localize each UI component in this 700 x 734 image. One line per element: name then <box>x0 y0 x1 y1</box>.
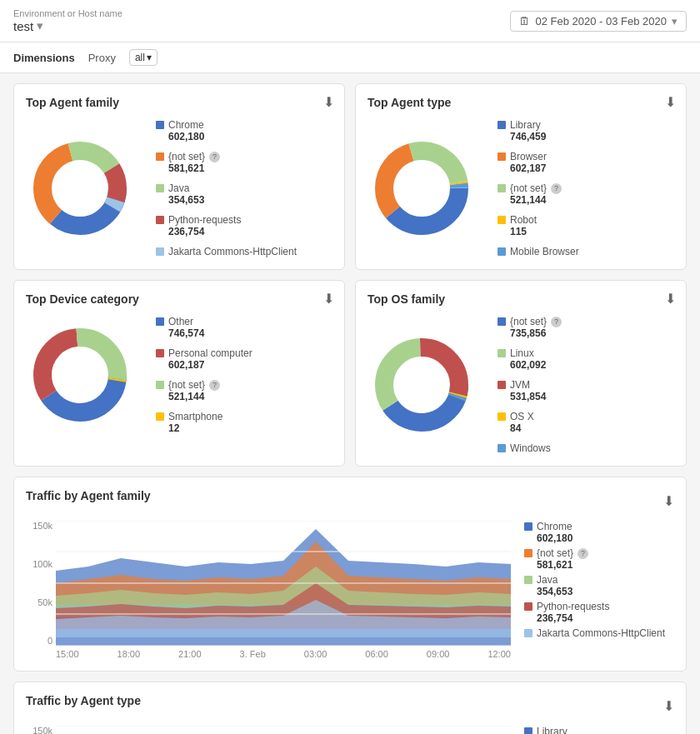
y2-label-150k: 150k <box>26 726 52 734</box>
top-device-category-download-button[interactable]: ⬇ <box>323 291 334 307</box>
svg-point-16 <box>55 350 105 400</box>
legend-item-robot: Robot 115 <box>498 214 579 237</box>
legend-item-library: Library 746,459 <box>498 119 579 142</box>
date-range-chevron-icon: ▾ <box>672 15 678 27</box>
legend-item-python: Python-requests 236,754 <box>156 214 297 237</box>
legend-item-browser: Browser 602,187 <box>498 151 579 174</box>
legend-item-chrome: Chrome 602,180 <box>156 119 297 142</box>
legend-item-notset: {not set} ? 581,621 <box>156 151 297 174</box>
traffic-agent-type-svg <box>56 726 511 734</box>
host-value: test <box>13 19 33 33</box>
top-os-family-content: {not set} ? 735,856 Linux 602,092 JVM 53… <box>368 316 674 454</box>
toolbar: Dimensions Proxy all ▾ <box>0 42 700 73</box>
notset-device-help-icon[interactable]: ? <box>209 380 220 391</box>
all-label: all <box>135 52 145 63</box>
legend-item-java: Java 354,653 <box>156 182 297 206</box>
date-range-text: 02 Feb 2020 - 03 Feb 2020 <box>535 15 667 27</box>
legend-item-mobile-browser: Mobile Browser <box>498 246 579 257</box>
traffic-agent-family-x-labels: 15:00 18:00 21:00 3. Feb 03:00 06:00 09:… <box>56 649 511 659</box>
top-device-category-card: Top Device category ⬇ Other 746,574 <box>13 280 345 467</box>
host-select[interactable]: test ▾ <box>13 18 122 33</box>
top-device-category-donut <box>26 321 142 429</box>
date-range-picker[interactable]: 🗓 02 Feb 2020 - 03 Feb 2020 ▾ <box>510 11 687 32</box>
all-chevron-icon: ▾ <box>147 52 152 63</box>
traffic-agent-family-chart-area: 150k 100k 50k 0 <box>26 521 511 659</box>
traffic-agent-type-inner: 150k 100k 50k 0 <box>26 726 674 734</box>
top-agent-family-legend: Chrome 602,180 {not set} ? 581,621 Java … <box>156 119 297 257</box>
header-left: Environment or Host name test ▾ <box>13 8 122 33</box>
y-label-150k: 150k <box>26 521 52 531</box>
top-agent-family-card: Top Agent family ⬇ Chrom <box>13 83 345 270</box>
tl-notset: {not set} ? 581,621 <box>524 547 674 571</box>
legend-item-notset-os: {not set} ? 735,856 <box>498 316 562 339</box>
top-charts-grid: Top Agent family ⬇ Chrom <box>13 83 687 467</box>
proxy-label: Proxy <box>88 52 116 64</box>
calendar-icon: 🗓 <box>519 15 530 27</box>
traffic-agent-type-download-button[interactable]: ⬇ <box>663 698 674 714</box>
traffic-agent-family-inner: 150k 100k 50k 0 <box>26 521 674 659</box>
legend-item-notset-type: {not set} ? 521,144 <box>498 182 579 206</box>
legend-item-linux: Linux 602,092 <box>498 347 562 371</box>
traffic-agent-family-download-button[interactable]: ⬇ <box>663 493 674 509</box>
legend-item-jakarta: Jakarta Commons-HttpClient <box>156 246 297 257</box>
legend-item-windows: Windows <box>498 442 562 454</box>
tat-library: Library 746,459 <box>524 726 674 734</box>
notset-os-help-icon[interactable]: ? <box>551 317 562 327</box>
traffic-agent-type-legend: Library 746,459 Browser 602,187 {not set… <box>524 726 674 734</box>
tl-python: Python-requests 236,754 <box>524 601 674 624</box>
legend-item-other: Other 746,574 <box>156 316 252 339</box>
top-device-category-title: Top Device category <box>26 292 332 306</box>
svg-point-22 <box>397 360 447 410</box>
notset-help-icon[interactable]: ? <box>209 152 220 162</box>
svg-point-11 <box>397 163 447 213</box>
header: Environment or Host name test ▾ 🗓 02 Feb… <box>0 0 700 42</box>
legend-item-jvm: JVM 531,854 <box>498 379 562 402</box>
traffic-agent-type-title: Traffic by Agent type <box>26 694 141 707</box>
top-agent-family-download-button[interactable]: ⬇ <box>323 94 334 110</box>
top-os-family-title: Top OS family <box>368 292 674 306</box>
legend-item-personal-computer: Personal computer 602,187 <box>156 347 252 371</box>
traffic-agent-type-card: Traffic by Agent type ⬇ 150k 100k 50k 0 <box>13 682 687 734</box>
main-content: Top Agent family ⬇ Chrom <box>0 73 700 734</box>
top-os-family-card: Top OS family ⬇ {not set} ? <box>355 280 687 467</box>
top-agent-family-title: Top Agent family <box>26 96 332 109</box>
top-agent-type-content: Library 746,459 Browser 602,187 {not set… <box>368 119 674 257</box>
env-host-label: Environment or Host name <box>13 8 122 18</box>
traffic-agent-family-svg <box>56 521 511 646</box>
top-os-family-legend: {not set} ? 735,856 Linux 602,092 JVM 53… <box>498 316 562 454</box>
top-agent-type-card: Top Agent type ⬇ Library <box>355 83 687 270</box>
top-agent-type-title: Top Agent type <box>368 96 674 109</box>
y-label-0: 0 <box>26 636 52 646</box>
y-label-100k: 100k <box>26 559 52 569</box>
tl-jakarta: Jakarta Commons-HttpClient <box>524 627 674 639</box>
top-agent-family-content: Chrome 602,180 {not set} ? 581,621 Java … <box>26 119 332 257</box>
top-agent-type-donut <box>368 134 484 242</box>
host-chevron-icon: ▾ <box>37 18 43 33</box>
traffic-agent-type-chart-area: 150k 100k 50k 0 <box>26 726 511 734</box>
notset-type-help-icon[interactable]: ? <box>551 183 562 194</box>
tl-java: Java 354,653 <box>524 574 674 597</box>
legend-item-smartphone: Smartphone 12 <box>156 411 252 434</box>
y-label-50k: 50k <box>26 597 52 607</box>
top-agent-family-donut <box>26 134 142 242</box>
dimensions-label: Dimensions <box>13 52 75 64</box>
traffic-agent-family-card: Traffic by Agent family ⬇ 150k 100k 50k … <box>13 477 687 672</box>
all-select-dropdown[interactable]: all ▾ <box>129 49 158 66</box>
top-device-category-legend: Other 746,574 Personal computer 602,187 … <box>156 316 252 434</box>
svg-point-5 <box>55 163 105 213</box>
tl-chrome: Chrome 602,180 <box>524 521 674 544</box>
tl-notset-help-icon[interactable]: ? <box>578 548 588 559</box>
top-device-category-content: Other 746,574 Personal computer 602,187 … <box>26 316 332 434</box>
top-agent-type-download-button[interactable]: ⬇ <box>665 94 676 110</box>
top-os-family-donut <box>368 331 484 439</box>
legend-item-notset-device: {not set} ? 521,144 <box>156 379 252 402</box>
top-os-family-download-button[interactable]: ⬇ <box>665 291 676 307</box>
traffic-agent-family-title: Traffic by Agent family <box>26 489 151 502</box>
top-agent-type-legend: Library 746,459 Browser 602,187 {not set… <box>498 119 579 257</box>
legend-item-osx: OS X 84 <box>498 411 562 434</box>
traffic-agent-family-legend: Chrome 602,180 {not set} ? 581,621 Java … <box>524 521 674 659</box>
